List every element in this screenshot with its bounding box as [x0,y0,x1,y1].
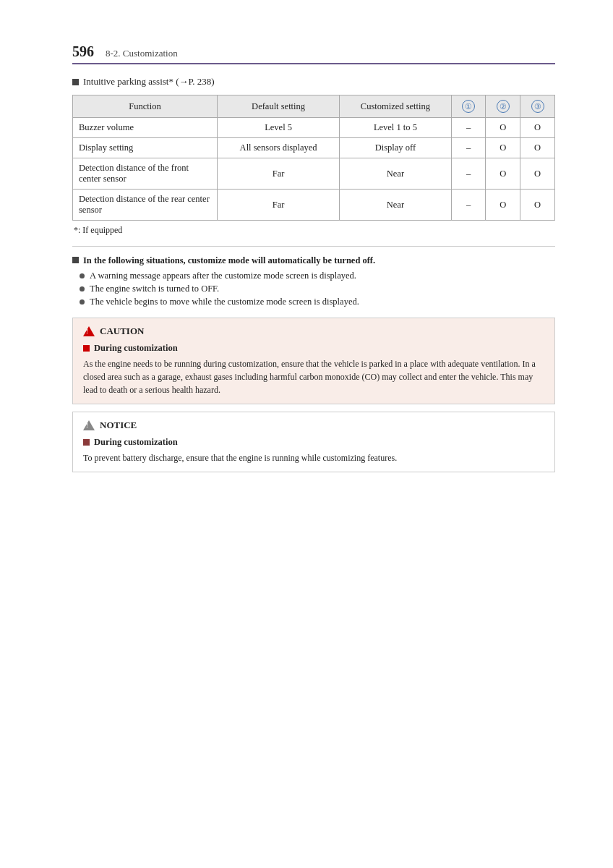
list-item: The vehicle begins to move while the cus… [80,297,555,307]
caution-header: CAUTION [83,326,544,337]
col-3: ③ [520,95,555,118]
notice-sub-title-text: During customization [94,437,178,448]
page: 596 8-2. Customization Intuitive parking… [0,0,613,516]
table-row: Display setting All sensors displayed Di… [73,138,555,158]
cell-function: Detection distance of the front center s… [73,158,218,190]
notice-body-text: To prevent battery discharge, ensure tha… [83,451,544,464]
table-header-row: Function Default setting Customized sett… [73,95,555,118]
title-suffix: * (→P. 238) [168,76,214,87]
notice-triangle-icon [83,420,95,430]
cell-col2: O [486,118,520,138]
footnote: *: If equipped [72,225,555,236]
cell-col1: – [451,190,486,221]
col-2: ② [486,95,520,118]
intuitive-title-text: Intuitive parking assist* (→P. 238) [83,76,215,88]
section-label: 8-2. Customization [106,48,178,59]
cell-default: All sensors displayed [218,138,340,158]
bullet-dot-icon [80,286,85,292]
cell-col3: O [520,138,555,158]
situations-list: A warning message appears after the cust… [72,271,555,307]
notice-box: NOTICE During customization To prevent b… [72,412,555,472]
notice-header-text: NOTICE [100,420,137,431]
table-row: Detection distance of the front center s… [73,158,555,190]
caution-triangle-icon [83,326,95,336]
bullet-dot-icon [80,299,85,305]
cell-col1: – [451,158,486,190]
caution-red-square-icon [83,345,90,352]
cell-col2: O [486,158,520,190]
intuitive-section-title: Intuitive parking assist* (→P. 238) [72,76,555,88]
col-customized: Customized setting [340,95,452,118]
caution-body-text: As the engine needs to be running during… [83,357,544,396]
cell-col1: – [451,138,486,158]
cell-col1: – [451,118,486,138]
situations-square-icon [72,257,79,263]
page-header: 596 8-2. Customization [72,43,555,64]
cell-customized: Near [340,158,452,190]
bullet-text: A warning message appears after the cust… [90,271,356,281]
col-default: Default setting [218,95,340,118]
situations-title: In the following situations, customize m… [72,255,555,266]
notice-header: NOTICE [83,420,544,431]
cell-col3: O [520,118,555,138]
cell-col3: O [520,158,555,190]
bullet-text: The engine switch is turned to OFF. [90,284,219,294]
list-item: A warning message appears after the cust… [80,271,555,281]
cell-function: Buzzer volume [73,118,218,138]
bullet-dot-icon [80,273,85,278]
situations-section: In the following situations, customize m… [72,246,555,307]
cell-customized: Display off [340,138,452,158]
cell-col2: O [486,138,520,158]
table-row: Detection distance of the rear center se… [73,190,555,221]
cell-default: Far [218,190,340,221]
notice-maroon-square-icon [83,439,90,446]
cell-function: Detection distance of the rear center se… [73,190,218,221]
cell-col3: O [520,190,555,221]
features-table: Function Default setting Customized sett… [72,95,555,221]
notice-sub-title: During customization [83,437,544,448]
cell-function: Display setting [73,138,218,158]
cell-default: Level 5 [218,118,340,138]
title-square-icon [72,79,79,85]
caution-box: CAUTION During customization As the engi… [72,318,555,404]
bullet-text: The vehicle begins to move while the cus… [90,297,359,307]
caution-header-text: CAUTION [100,326,144,337]
col-function: Function [73,95,218,118]
list-item: The engine switch is turned to OFF. [80,284,555,294]
table-row: Buzzer volume Level 5 Level 1 to 5 – O O [73,118,555,138]
caution-sub-title-text: During customization [94,343,178,354]
cell-customized: Level 1 to 5 [340,118,452,138]
situations-title-text: In the following situations, customize m… [83,255,375,266]
cell-default: Far [218,158,340,190]
caution-sub-title: During customization [83,343,544,354]
page-number: 596 [72,43,94,60]
cell-customized: Near [340,190,452,221]
cell-col2: O [486,190,520,221]
col-1: ① [451,95,486,118]
